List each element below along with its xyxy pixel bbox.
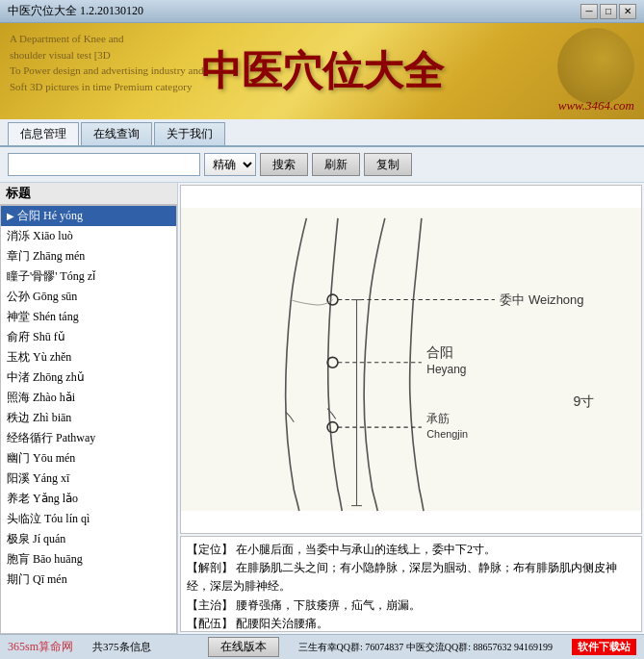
app-container: A Department of Knee and shoulder visual…	[0, 23, 644, 659]
list-item[interactable]: 中渚 Zhōng zhǔ	[1, 368, 176, 388]
search-bar: 精确 模糊 搜索 刷新 复制	[0, 147, 644, 183]
svg-text:合阳: 合阳	[426, 344, 453, 360]
status-bar: 365sm算命网 共375条信息 在线版本 三生有幸QQ群: 76074837 …	[0, 634, 644, 659]
svg-text:委中 Weizhong: 委中 Weizhong	[500, 292, 583, 307]
nav-bar: 信息管理 在线查询 关于我们	[0, 119, 644, 147]
list-item[interactable]: 胞肓 Bāo huāng	[1, 549, 176, 570]
svg-text:Chengjin: Chengjin	[426, 428, 468, 440]
nav-tab-online[interactable]: 在线查询	[81, 122, 152, 145]
status-link[interactable]: 365sm算命网	[8, 639, 73, 655]
list-item[interactable]: 照海 Zhào hǎi	[1, 388, 176, 408]
close-button[interactable]: ✕	[619, 4, 636, 19]
title-bar: 中医穴位大全 1.2.20130120 ─ □ ✕	[0, 0, 644, 23]
desc-line-3: 【主治】 腰脊强痛，下肢痿痹，疝气，崩漏。	[187, 596, 635, 615]
svg-text:Heyang: Heyang	[426, 363, 466, 376]
description-area: 【定位】 在小腿后面，当委中与承山的连线上，委中下2寸。 【解剖】 在腓肠肌二头…	[180, 536, 642, 632]
list-item[interactable]: 章门 Zhāng mén	[1, 246, 176, 266]
list-item[interactable]: 秩边 Zhì biān	[1, 408, 176, 428]
list-container[interactable]: ▶ 合阳 Hé yóng 消泺 Xiāo luò 章门 Zhāng mén 瞳子…	[0, 205, 177, 634]
svg-text:9寸: 9寸	[573, 393, 594, 409]
copy-button[interactable]: 复制	[364, 153, 412, 176]
list-header: 标题	[0, 183, 177, 205]
banner-deco-text: A Department of Knee and shoulder visual…	[10, 31, 203, 94]
download-badge: 软件下载站	[572, 639, 636, 655]
svg-text:承筋: 承筋	[426, 412, 450, 425]
svg-rect-0	[181, 208, 641, 511]
qq-info: 三生有幸QQ群: 76074837 中医交流QQ群: 88657632 9416…	[298, 641, 553, 654]
left-panel: 标题 ▶ 合阳 Hé yóng 消泺 Xiāo luò 章门 Zhāng mén…	[0, 183, 178, 634]
list-item[interactable]: 俞府 Shū fǔ	[1, 327, 176, 347]
list-item[interactable]: 经络循行 Pathway	[1, 428, 176, 448]
online-version-button[interactable]: 在线版本	[208, 637, 279, 657]
list-item[interactable]: ▶ 合阳 Hé yóng	[1, 206, 176, 226]
list-item[interactable]: 神堂 Shén táng	[1, 307, 176, 327]
list-item[interactable]: 期门 Qī mén	[1, 570, 176, 590]
desc-line-4: 【配伍】 配腰阳关治腰痛。	[187, 615, 635, 632]
image-area: 委中 Weizhong 合阳 Heyang 承筋 Chengjin	[180, 185, 642, 534]
nav-tab-info[interactable]: 信息管理	[8, 122, 79, 145]
banner-title: 中医穴位大全	[201, 44, 444, 98]
desc-line-1: 【定位】 在小腿后面，当委中与承山的连线上，委中下2寸。	[187, 541, 635, 559]
list-item[interactable]: 消泺 Xiāo luò	[1, 226, 176, 246]
main-area: 标题 ▶ 合阳 Hé yóng 消泺 Xiāo luò 章门 Zhāng mén…	[0, 183, 644, 634]
minimize-button[interactable]: ─	[580, 4, 598, 19]
search-button[interactable]: 搜索	[260, 153, 308, 176]
desc-line-2: 【解剖】 在腓肠肌二头之间；有小隐静脉，深层为腘动、静脉；布有腓肠肌内侧皮神经，…	[187, 559, 635, 596]
list-item[interactable]: 玉枕 Yù zhěn	[1, 347, 176, 368]
list-item[interactable]: 头临泣 Tóu lín qì	[1, 509, 176, 529]
list-item[interactable]: 瞳子'骨髎' Tóng zǐ	[1, 266, 176, 287]
acupuncture-diagram: 委中 Weizhong 合阳 Heyang 承筋 Chengjin	[181, 186, 641, 533]
list-item[interactable]: 阳溪 Yáng xī	[1, 469, 176, 489]
total-count: 共375条信息	[92, 640, 151, 654]
nav-tab-about[interactable]: 关于我们	[154, 122, 225, 145]
search-mode-select[interactable]: 精确 模糊	[204, 153, 256, 176]
window-controls: ─ □ ✕	[580, 4, 636, 19]
list-item[interactable]: 养老 Yǎng lǎo	[1, 489, 176, 509]
list-item[interactable]: 公孙 Gōng sūn	[1, 287, 176, 307]
list-item[interactable]: 幽门 Yōu mén	[1, 448, 176, 469]
refresh-button[interactable]: 刷新	[312, 153, 360, 176]
banner-url: www.3464.com	[558, 98, 634, 114]
search-input[interactable]	[8, 153, 200, 176]
banner-decoration	[557, 28, 634, 105]
list-item[interactable]: 极泉 Jí quán	[1, 529, 176, 549]
right-panel: 委中 Weizhong 合阳 Heyang 承筋 Chengjin	[178, 183, 644, 634]
banner: A Department of Knee and shoulder visual…	[0, 23, 644, 119]
selected-arrow: ▶	[7, 211, 14, 221]
window-title: 中医穴位大全 1.2.20130120	[8, 3, 143, 19]
maximize-button[interactable]: □	[600, 4, 617, 19]
